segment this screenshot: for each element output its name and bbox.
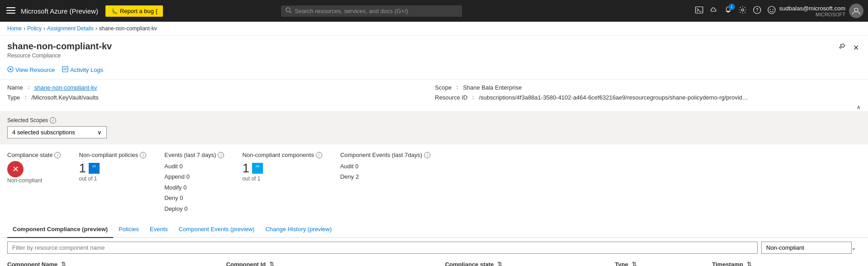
compliance-state-info-icon[interactable]: i [54, 152, 61, 158]
main-content: shane-non-compliant-kv Resource Complian… [0, 36, 868, 266]
table-section: Non-compliant Compliant All Component Na… [0, 238, 868, 266]
status-filter-wrap: Non-compliant Compliant All [761, 242, 861, 254]
compliance-state-value: Non-compliant [7, 177, 61, 184]
component-events-info-icon[interactable]: i [424, 152, 430, 158]
svg-point-12 [770, 9, 771, 10]
view-resource-icon [7, 66, 14, 74]
sort-component-name-icon[interactable]: ⇅ [61, 261, 66, 266]
breadcrumb-assignment-details[interactable]: Assignment Details [47, 25, 94, 32]
noncompliant-components-info-icon[interactable]: i [316, 152, 322, 158]
toolbar: View Resource Activity Logs [0, 62, 868, 80]
svg-rect-17 [62, 66, 68, 72]
terminal-icon[interactable] [695, 6, 703, 16]
policies-cube-icon [89, 163, 100, 174]
svg-rect-1 [6, 10, 15, 11]
sort-timestamp-icon[interactable]: ⇅ [747, 261, 752, 266]
scope-value: Shane Bala Enterprise [463, 84, 522, 91]
notifications-icon[interactable]: 1 [724, 6, 732, 16]
search-icon [286, 7, 292, 15]
breadcrumb-home[interactable]: Home [7, 25, 22, 32]
compliance-state-block: Compliance state i ✕ Non-compliant [7, 152, 61, 214]
scopes-dropdown[interactable]: 4 selected subscriptions ∨ [7, 126, 107, 138]
svg-text:?: ? [756, 8, 758, 13]
pin-button[interactable] [837, 41, 848, 54]
col-component-id: Component Id ⇅ [219, 257, 438, 266]
resource-id-value: /subscriptions/4f3a88a1-3580-4102-a464-6… [479, 94, 750, 101]
events-list: Audit 0 Append 0 Modify 0 Deny 0 Deploy … [164, 161, 224, 214]
scopes-info-icon[interactable]: i [50, 117, 56, 124]
noncompliant-policies-sub: out of 1 [79, 176, 146, 182]
feedback-icon[interactable] [768, 6, 776, 16]
tab-change-history[interactable]: Change History (preview) [260, 221, 337, 238]
search-input[interactable] [295, 8, 458, 14]
sort-component-id-icon[interactable]: ⇅ [269, 261, 274, 266]
status-filter[interactable]: Non-compliant Compliant All [761, 242, 852, 254]
noncompliant-policies-info-icon[interactable]: i [140, 152, 146, 158]
report-bug-button[interactable]: 🐛 Report a bug { [105, 5, 163, 17]
noncompliant-icon: ✕ [7, 161, 24, 177]
svg-rect-23 [256, 165, 259, 167]
tab-events[interactable]: Events [144, 221, 173, 238]
tab-policies[interactable]: Policies [113, 221, 144, 238]
close-button[interactable]: ✕ [851, 41, 861, 54]
svg-rect-2 [6, 13, 15, 14]
dropdown-chevron-icon: ∨ [97, 129, 102, 136]
page-header: shane-non-compliant-kv Resource Complian… [0, 36, 868, 62]
components-cube-icon [252, 163, 263, 174]
svg-point-11 [768, 6, 775, 14]
activity-logs-button[interactable]: Activity Logs [62, 64, 103, 76]
collapse-button[interactable]: ∧ [857, 104, 861, 110]
type-row: Type ： /Microsoft.KeyVault/vaults [7, 93, 433, 101]
component-events-block: Component Events (last 7days) i Audit 0 … [340, 152, 430, 214]
svg-line-4 [290, 11, 291, 13]
name-value[interactable]: shane-non-compliant-kv [34, 84, 97, 91]
hamburger-menu[interactable] [5, 4, 17, 18]
activity-logs-icon [62, 66, 68, 74]
page-header-actions: ✕ [837, 41, 861, 54]
col-component-name: Component Name ⇅ [0, 257, 219, 266]
breadcrumb-current: shane-non-compliant-kv [99, 25, 157, 32]
svg-rect-21 [92, 165, 96, 167]
events-block: Events (last 7 days) i Audit 0 Append 0 … [164, 152, 224, 214]
tab-component-events[interactable]: Component Events (preview) [173, 221, 260, 238]
cloud-shell-icon[interactable] [710, 6, 718, 16]
bug-icon: 🐛 [111, 8, 118, 14]
col-type: Type ⇅ [608, 257, 705, 266]
settings-icon[interactable] [739, 6, 747, 16]
user-org: MICROSOFT [779, 12, 845, 17]
tabs-section: Component Compliance (preview) Policies … [0, 221, 868, 238]
sort-type-icon[interactable]: ⇅ [632, 261, 637, 266]
page-subtitle: Resource Compliance [7, 52, 112, 59]
svg-point-13 [773, 9, 773, 10]
notification-count: 1 [729, 4, 735, 10]
svg-point-3 [286, 8, 290, 12]
scope-row: Scope ： Shane Bala Enterprise [435, 83, 861, 91]
component-filter-input[interactable] [7, 242, 758, 254]
svg-rect-0 [6, 7, 15, 8]
breadcrumb-policy[interactable]: Policy [27, 25, 42, 32]
breadcrumb: Home › Policy › Assignment Details › sha… [0, 22, 868, 36]
events-info-icon[interactable]: i [218, 152, 224, 158]
filter-row: Non-compliant Compliant All [0, 238, 868, 257]
scopes-label: Selected Scopes i [7, 117, 861, 124]
compliance-table: Component Name ⇅ Component Id ⇅ Complian… [0, 257, 868, 266]
svg-point-8 [741, 9, 744, 11]
resource-id-row: Resource ID ： /subscriptions/4f3a88a1-35… [435, 93, 861, 101]
sort-compliance-state-icon[interactable]: ⇅ [497, 261, 502, 266]
scopes-section: Selected Scopes i 4 selected subscriptio… [0, 111, 868, 144]
nav-icons-group: 1 ? [695, 6, 776, 16]
top-navigation: Microsoft Azure (Preview) 🐛 Report a bug… [0, 0, 868, 22]
col-compliance-state: Compliance state ⇅ [438, 257, 607, 266]
svg-point-14 [854, 8, 858, 12]
help-icon[interactable]: ? [753, 6, 761, 16]
global-search[interactable] [281, 5, 462, 17]
component-events-list: Audit 0 Deny 2 [340, 161, 430, 182]
view-resource-button[interactable]: View Resource [7, 64, 55, 76]
noncompliant-components-sub: out of 1 [242, 176, 322, 182]
tab-component-compliance[interactable]: Component Compliance (preview) [7, 221, 113, 238]
app-title: Microsoft Azure (Preview) [21, 7, 98, 15]
avatar[interactable] [849, 4, 863, 18]
svg-point-16 [10, 68, 11, 70]
collapse-row: ∧ [0, 103, 868, 111]
user-info[interactable]: sudbalas@microsoft.com MICROSOFT [779, 5, 845, 17]
